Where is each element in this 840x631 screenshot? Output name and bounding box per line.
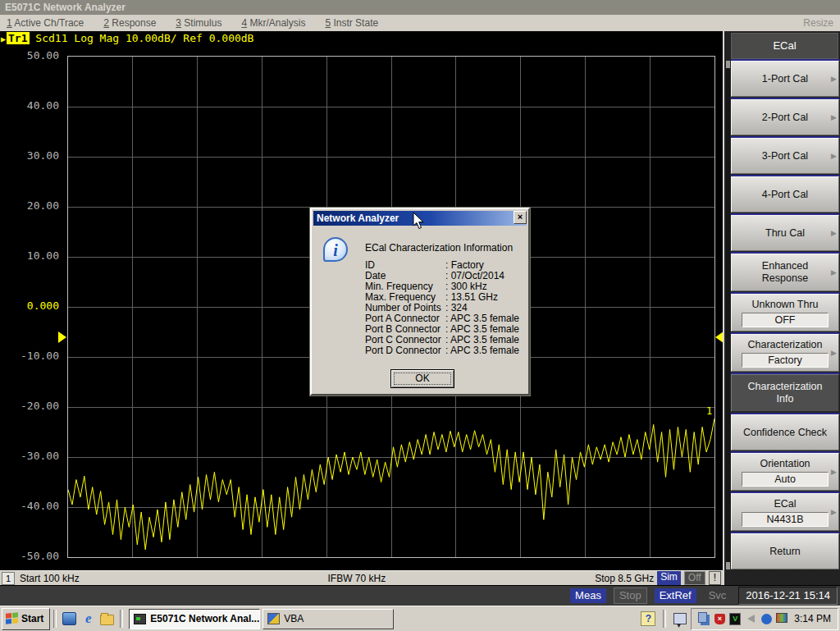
softkey-return[interactable]: Return: [731, 533, 839, 569]
windows-logo-icon: [6, 612, 18, 625]
display-icon[interactable]: [776, 613, 788, 624]
softkey-label: 2-Port Cal: [762, 112, 808, 124]
security-shield-icon[interactable]: ×: [714, 613, 725, 624]
softkey-orientation[interactable]: OrientationAuto▶: [731, 453, 839, 491]
quick-launch-area: e: [60, 612, 116, 626]
submenu-arrow-icon: ▶: [831, 267, 837, 279]
taskbar-clock[interactable]: 3:14 PM: [794, 613, 831, 624]
volume-icon[interactable]: [745, 613, 756, 624]
channel-badge-alert: !: [709, 571, 721, 585]
display-icon: [776, 613, 788, 623]
ok-button[interactable]: OK: [390, 369, 454, 388]
softkey-unknown-thru[interactable]: Unknown ThruOFF: [731, 294, 839, 332]
softkey-label: ECal: [774, 498, 796, 510]
network-icon[interactable]: [698, 613, 710, 624]
softkey-2-port-cal[interactable]: 2-Port Cal▶: [731, 99, 839, 135]
softkey-4-port-cal[interactable]: 4-Port Cal: [731, 176, 839, 213]
menu-item-instr-state[interactable]: 5 Instr State: [325, 17, 378, 29]
menu-item-stimulus[interactable]: 3 Stimulus: [176, 17, 221, 29]
softkey-label: Return: [769, 546, 801, 558]
help-icon[interactable]: ?: [641, 611, 655, 626]
y-axis-label: 30.00: [2, 149, 59, 162]
softkey-characterization[interactable]: CharacterizationFactory▶: [731, 334, 839, 372]
trace-end-marker: 1: [706, 405, 712, 417]
softkey-value: OFF: [742, 313, 829, 327]
reference-level-marker-left-icon: [58, 332, 66, 343]
softkey-value: Factory: [742, 353, 829, 368]
softkey-buttons: 1-Port Cal▶2-Port Cal▶3-Port Cal▶4-Port …: [731, 61, 839, 572]
y-axis-label: -50.00: [2, 550, 59, 562]
softkey-label: Orientation: [760, 458, 810, 470]
show-desktop-icon[interactable]: [62, 612, 76, 626]
channel-number-badge: 1: [2, 572, 15, 585]
dialog-row-label: Port D Connector: [365, 345, 445, 356]
softkey-scroll-up-handle[interactable]: [726, 61, 730, 68]
tray-pre-area: ?: [641, 610, 687, 628]
softkey-label: Info: [777, 393, 794, 405]
info-icon: i: [323, 237, 348, 262]
softkey-scrollbar[interactable]: [726, 61, 730, 569]
window-title: E5071C Network Analyzer: [5, 2, 126, 13]
softkey-characterization-info[interactable]: CharacterizationInfo: [731, 374, 839, 412]
softkey-thru-cal[interactable]: Thru Cal▶: [731, 215, 839, 251]
softkey-label: 4-Port Cal: [762, 189, 808, 201]
menu-item-active-ch-trace[interactable]: 1 Active Ch/Trace: [7, 17, 84, 29]
start-button[interactable]: Start: [2, 608, 50, 630]
folder-icon: [100, 615, 114, 625]
y-axis-label: -20.00: [2, 400, 59, 412]
menu-bar: 1 Active Ch/Trace2 Response3 Stimulus4 M…: [0, 15, 840, 31]
softkey-label: Characterization: [747, 339, 822, 351]
task-button-app[interactable]: E5071C Network Anal...: [129, 609, 260, 629]
ifbw-label: IFBW 70 kHz: [328, 573, 386, 584]
restore-window-icon[interactable]: [673, 613, 687, 624]
menu-item-mkr-analysis[interactable]: 4 Mkr/Analysis: [241, 17, 305, 29]
task-button-label: E5071C Network Anal...: [150, 613, 259, 624]
dialog-info-rows: ID: FactoryDate: 07/Oct/2014Min. Frequen…: [365, 260, 519, 356]
task-button-vba[interactable]: VBA: [262, 609, 394, 629]
softkey-value: Auto: [742, 472, 829, 487]
intel-icon: [761, 614, 772, 624]
submenu-arrow-icon: ▶: [831, 150, 837, 162]
softkey-label: Characterization: [747, 381, 822, 393]
softkey-label: Thru Cal: [765, 227, 805, 240]
taskbar-separator: [120, 610, 123, 628]
y-axis-label: -30.00: [2, 450, 59, 462]
taskbar-separator: [663, 610, 666, 628]
status-badge-svc: Svc: [704, 588, 732, 603]
softkey-value: N4431B: [742, 512, 829, 527]
security-shield-icon: ×: [714, 614, 725, 624]
vba-icon: [267, 613, 280, 624]
status-badge-extref: ExtRef: [655, 588, 696, 603]
task-buttons: E5071C Network Anal...VBA: [126, 609, 394, 629]
submenu-arrow-icon: ▶: [831, 73, 837, 85]
softkey-enhanced-response[interactable]: EnhancedResponse▶: [731, 254, 839, 291]
softkey-confidence-check[interactable]: Confidence Check: [731, 414, 839, 450]
start-button-label: Start: [21, 613, 43, 624]
internet-explorer-icon[interactable]: e: [81, 612, 95, 626]
softkey-ecal[interactable]: ECalN4431B▶: [731, 493, 839, 531]
menu-item-response[interactable]: 2 Response: [103, 17, 156, 29]
system-tray: ×V 3:14 PM: [691, 608, 838, 630]
y-axis-label: 40.00: [2, 99, 59, 112]
ecal-info-dialog: Network Analyzer × i ECal Characterizati…: [310, 208, 530, 396]
dialog-close-icon[interactable]: ×: [514, 211, 527, 224]
network-analyzer-screen: E5071C Network Analyzer 1 Active Ch/Trac…: [0, 0, 840, 631]
intel-icon[interactable]: [760, 613, 772, 624]
y-axis-label: 20.00: [2, 199, 59, 212]
active-trace-arrow-icon: ▶: [0, 34, 7, 43]
softkey-label: Unknown Thru: [751, 299, 818, 311]
channel-status-bar: 1 Start 100 kHz IFBW 70 kHz Stop 8.5 GHz…: [0, 570, 723, 585]
softkey-scroll-down-handle[interactable]: [726, 562, 730, 569]
y-axis-label: -10.00: [2, 350, 59, 362]
sweep-start-label: Start 100 kHz: [20, 573, 80, 584]
trace-id-badge: Tr1: [7, 32, 29, 44]
softkey-label: Response: [762, 272, 808, 285]
vnc-icon[interactable]: V: [729, 613, 741, 624]
trace-status-line: ▶Tr1 Scd11 Log Mag 10.00dB/ Ref 0.000dB: [0, 31, 723, 46]
app-icon: [134, 614, 146, 624]
channel-badge-sim: Sim: [657, 571, 681, 585]
softkey-1-port-cal[interactable]: 1-Port Cal▶: [731, 61, 839, 97]
folder-icon[interactable]: [100, 612, 114, 626]
softkey-3-port-cal[interactable]: 3-Port Cal▶: [731, 138, 839, 174]
resize-button[interactable]: Resize: [803, 17, 833, 29]
